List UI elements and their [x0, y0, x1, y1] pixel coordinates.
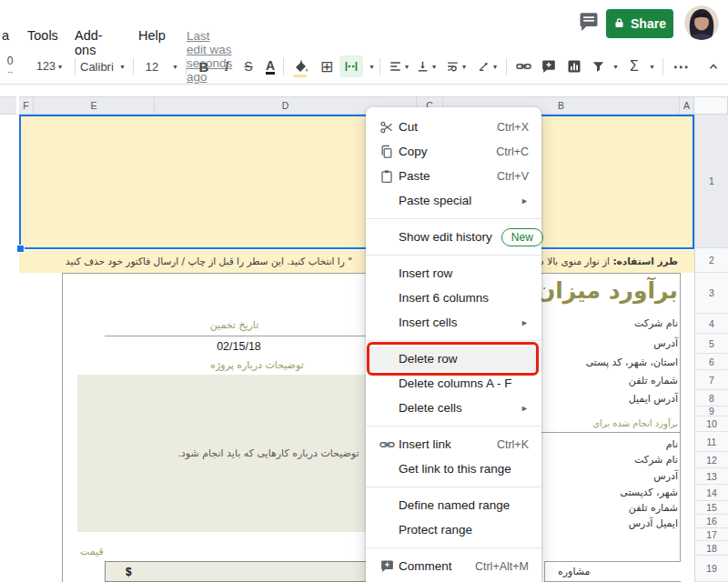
font-size-select[interactable]: 12 — [140, 55, 164, 77]
row-header-8[interactable]: 8 — [694, 390, 728, 406]
menu-item-delete-columns[interactable]: Delete columns A - F — [366, 371, 541, 396]
row-header-2[interactable]: 2 — [694, 248, 728, 273]
vertical-align-button[interactable]: ▾ — [412, 55, 440, 77]
open-comments-icon[interactable] — [579, 12, 599, 35]
row-header-15[interactable]: 15 — [694, 501, 728, 515]
menu-item-get-link[interactable]: Get link to this range — [366, 457, 541, 481]
row-header-18[interactable]: 18 — [694, 541, 728, 556]
functions-dropdown-arrow-icon[interactable]: ▾ — [644, 55, 657, 77]
service-value: مشاوره — [545, 566, 590, 577]
instruction-text-left: " را انتخاب کنید. این سطر را قبل از چاپ … — [66, 256, 352, 266]
form-left-border — [62, 273, 63, 582]
row-header-12[interactable]: 12 — [694, 452, 728, 468]
client-phone-label[interactable]: شماره تلفن — [629, 502, 678, 514]
menu-divider — [366, 218, 541, 219]
menu-item-insert-link[interactable]: Insert linkCtrl+K — [366, 432, 541, 457]
italic-button[interactable]: I — [216, 55, 238, 77]
menu-tools[interactable]: Tools — [27, 28, 58, 43]
clipboard-icon — [375, 169, 399, 184]
row-header-16[interactable]: 16 — [694, 515, 728, 528]
horizontal-align-button[interactable]: ▾ — [385, 55, 412, 77]
client-name-label[interactable]: نام — [666, 438, 678, 450]
menu-item-copy[interactable]: CopyCtrl+C — [366, 139, 541, 164]
insert-chart-button[interactable] — [562, 55, 586, 77]
text-wrap-button[interactable]: ▾ — [441, 55, 470, 77]
row-header-9[interactable]: 9 — [694, 406, 728, 416]
collapse-toolbar-icon[interactable] — [703, 55, 724, 77]
menu-help[interactable]: Help — [138, 28, 166, 43]
selection-fill-handle[interactable] — [16, 245, 25, 253]
font-dropdown-arrow-icon[interactable]: ▾ — [115, 55, 127, 77]
account-avatar[interactable] — [684, 5, 719, 40]
company-address-label[interactable]: آدرس — [653, 337, 678, 349]
menu-item-define-named-range[interactable]: Define named range — [366, 493, 541, 517]
row-header-17[interactable]: 17 — [694, 528, 728, 541]
decrease-decimal-icon[interactable]: 0↔ — [0, 55, 20, 77]
company-email-label[interactable]: آدرس ایمیل — [629, 393, 678, 405]
merge-dropdown-arrow-icon[interactable]: ▾ — [365, 55, 376, 77]
row-header-3[interactable]: 3 — [694, 273, 728, 314]
borders-button[interactable]: ⊞ — [316, 55, 338, 77]
estimate-for-section-label[interactable]: برآورد انجام شده برای — [592, 418, 678, 428]
estimate-date-label[interactable]: تاریخ تخمین — [105, 319, 364, 331]
menu-item-protect-range[interactable]: Protect range — [366, 517, 541, 542]
functions-button[interactable]: Σ — [624, 55, 644, 77]
column-header-a[interactable]: A — [680, 96, 694, 115]
font-size-dropdown-arrow-icon[interactable]: ▾ — [167, 55, 180, 77]
menu-data-partial[interactable]: a — [2, 28, 9, 43]
column-header-e[interactable]: E — [34, 96, 155, 115]
menu-item-insert-6-columns[interactable]: Insert 6 columns — [366, 286, 541, 310]
project-description-label: توضیحات درباره پروژه — [105, 359, 410, 371]
insert-comment-button[interactable] — [537, 55, 561, 77]
bold-button[interactable]: B — [193, 55, 215, 77]
client-address-label[interactable]: آدرس — [653, 470, 678, 482]
selected-row-1-cells[interactable] — [19, 115, 694, 248]
menu-item-show-edit-history[interactable]: Show edit history New — [366, 225, 541, 249]
comment-plus-icon — [375, 559, 399, 573]
estimate-date-value[interactable]: 02/15/18 — [105, 340, 373, 353]
menu-item-comment[interactable]: CommentCtrl+Alt+M — [366, 554, 541, 578]
row-header-13[interactable]: 13 — [694, 468, 728, 485]
share-button[interactable]: Share — [606, 9, 673, 38]
service-cell[interactable]: مشاوره — [544, 561, 681, 582]
fill-color-button[interactable] — [290, 55, 312, 77]
menu-item-delete-cells[interactable]: Delete cells ► — [366, 396, 541, 420]
row-header-1[interactable]: 1 — [694, 115, 728, 248]
company-phone-label[interactable]: شماره تلفن — [629, 375, 678, 386]
client-email-label[interactable]: ایمیل آدرس — [629, 517, 678, 529]
filter-dropdown-arrow-icon[interactable]: ▾ — [608, 55, 621, 77]
merge-cells-button-active[interactable] — [339, 55, 363, 77]
menu-item-insert-row[interactable]: Insert row — [366, 261, 541, 286]
menu-item-insert-cells[interactable]: Insert cells ► — [366, 310, 541, 335]
row-header-6[interactable]: 6 — [694, 354, 728, 370]
new-badge: New — [501, 228, 543, 246]
strikethrough-button[interactable]: S — [238, 55, 259, 77]
filter-button[interactable] — [588, 55, 608, 77]
link-icon — [375, 437, 399, 452]
menu-item-paste[interactable]: PasteCtrl+V — [366, 164, 541, 188]
row-header-11[interactable]: 11 — [694, 432, 728, 452]
text-rotation-button[interactable]: ▾ — [472, 55, 501, 77]
row-header-14[interactable]: 14 — [694, 485, 728, 501]
row-header-19[interactable]: 19 — [694, 556, 728, 582]
submenu-arrow-icon: ► — [521, 318, 529, 327]
column-header-f[interactable]: F — [19, 96, 34, 115]
client-city-label[interactable]: شهر، کدپستی — [620, 487, 678, 498]
menu-item-delete-row[interactable]: Delete row — [366, 346, 541, 371]
text-color-button[interactable]: A — [259, 55, 281, 77]
menu-item-cut[interactable]: CutCtrl+X — [366, 115, 541, 139]
insert-link-button[interactable] — [511, 55, 535, 77]
context-menu: CutCtrl+X CopyCtrl+C PasteCtrl+V Paste s… — [366, 107, 541, 582]
menu-item-paste-special[interactable]: Paste special ► — [366, 188, 541, 213]
row-header-10[interactable]: 10 — [694, 416, 728, 432]
row-header-5[interactable]: 5 — [694, 334, 728, 354]
company-city-label[interactable]: استان، شهر، کد پستی — [586, 356, 678, 368]
row-header-7[interactable]: 7 — [694, 370, 728, 390]
number-format-button[interactable]: 123▾ — [29, 55, 69, 77]
currency-symbol: $ — [106, 566, 132, 578]
company-name-label[interactable]: نام شرکت — [634, 317, 678, 329]
lock-icon — [613, 16, 625, 32]
row-header-4[interactable]: 4 — [694, 314, 728, 334]
client-company-label[interactable]: نام شرکت — [634, 454, 678, 466]
more-toolbar-button[interactable]: ⋯ — [670, 55, 692, 77]
